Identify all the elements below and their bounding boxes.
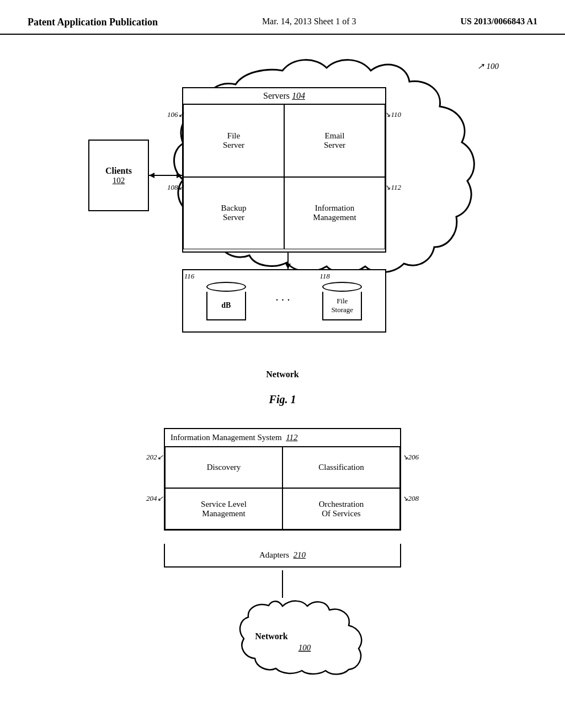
ref-204: 204↙ [146, 494, 163, 503]
fig2-diagram: Information Management System 112 202↙ D… [22, 422, 543, 728]
discovery-label: Discovery [207, 463, 241, 472]
connector-line [282, 570, 283, 598]
backup-server-cell: 108↙ BackupServer [183, 177, 284, 250]
ref-110: ↘110 [385, 110, 401, 119]
clients-box: Clients 102 [88, 140, 149, 211]
cylinder-top-db [206, 282, 246, 292]
ref-108: 108↙ [167, 183, 184, 192]
file-server-cell: 106↙ FileServer [183, 104, 284, 177]
servers-grid: 106↙ FileServer ↘110 EmailServer 108↙ Ba… [183, 104, 385, 249]
classification-label: Classification [318, 463, 364, 472]
cylinder-body-db: dB [206, 292, 246, 320]
servers-ref: 104 [292, 91, 305, 100]
clients-ref: 102 [113, 176, 125, 185]
info-mgmt-label: InformationManagement [313, 204, 356, 222]
email-server-label: EmailServer [324, 131, 345, 150]
ims-title: Information Management System 112 [165, 429, 400, 447]
ref-208: ↘208 [402, 494, 419, 503]
client-server-arrow [149, 170, 182, 183]
storage-area: 116 dB ... 118 FileStorage [182, 269, 386, 333]
page-header: Patent Application Publication Mar. 14, … [0, 0, 565, 35]
adapters-box: Adapters 210 [164, 544, 401, 568]
orchestration-label: OrchestrationOf Services [319, 500, 364, 518]
fig1-label: Fig. 1 [22, 393, 543, 406]
servers-title: Servers 104 [183, 88, 385, 104]
svg-marker-4 [285, 264, 291, 269]
cloud-shape-fig2: Network 100 [183, 598, 382, 681]
cylinder-body-file: FileStorage [322, 292, 362, 320]
ref-112: ↘112 [385, 183, 401, 192]
main-content: ↗ 100 Clients 102 Servers 104 [0, 35, 565, 728]
header-middle: Mar. 14, 2013 Sheet 1 of 3 [262, 17, 356, 26]
discovery-cell: 202↙ Discovery [165, 447, 282, 488]
server-storage-arrow [282, 253, 294, 271]
email-server-cell: ↘110 EmailServer [284, 104, 385, 177]
network-label-fig1: Network [266, 370, 299, 379]
clients-title: Clients [105, 166, 132, 176]
file-server-label: FileServer [223, 131, 244, 150]
svg-marker-1 [149, 173, 154, 178]
svg-text:Network: Network [255, 631, 288, 641]
backup-server-label: BackupServer [221, 204, 247, 222]
file-storage-cylinder: 118 FileStorage [322, 282, 362, 320]
info-mgmt-cell: ↘112 InformationManagement [284, 177, 385, 250]
ref-116: 116 [184, 272, 195, 281]
svg-text:100: 100 [299, 643, 311, 652]
ims-ref: 112 [286, 433, 297, 442]
classification-cell: ↘206 Classification [282, 447, 400, 488]
slm-label: Service LevelManagement [201, 500, 247, 518]
ims-box: Information Management System 112 202↙ D… [164, 428, 401, 531]
header-left: Patent Application Publication [28, 17, 158, 28]
orchestration-cell: ↘208 OrchestrationOf Services [282, 488, 400, 529]
adapters-ref: 210 [294, 550, 306, 559]
ref-206: ↘206 [402, 453, 419, 462]
ref-106: 106↙ [167, 110, 184, 119]
ref-118: 118 [319, 272, 330, 281]
fig1-diagram: ↗ 100 Clients 102 Servers 104 [22, 51, 543, 393]
db-cylinder: 116 dB [206, 282, 246, 320]
cylinder-top-file [322, 282, 362, 292]
servers-box: Servers 104 106↙ FileServer ↘110 EmailSe… [182, 87, 386, 253]
ims-grid: 202↙ Discovery ↘206 Classification 204↙ … [165, 447, 400, 529]
svg-marker-2 [177, 173, 182, 178]
header-right: US 2013/0066843 A1 [460, 17, 537, 26]
slm-cell: 204↙ Service LevelManagement [165, 488, 282, 529]
storage-dots: ... [275, 290, 293, 312]
ref-202: 202↙ [146, 453, 163, 462]
